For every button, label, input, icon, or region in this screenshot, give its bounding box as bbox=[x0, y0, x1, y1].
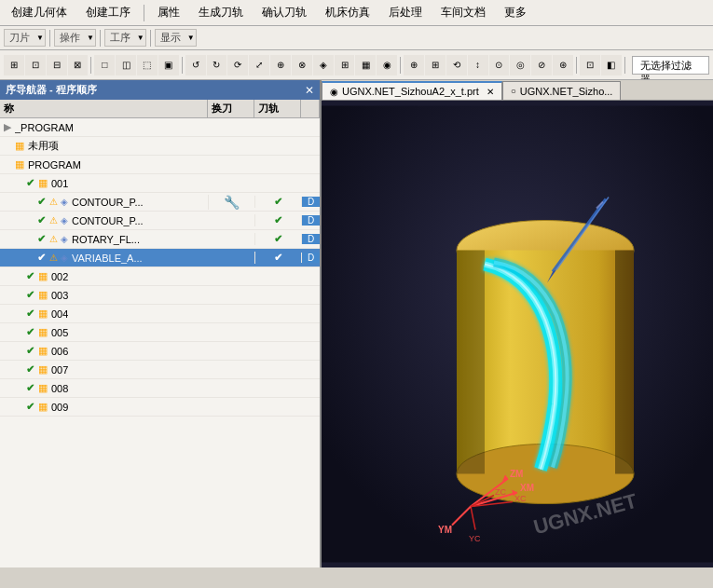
icon-btn-20[interactable]: ⊞ bbox=[425, 55, 446, 75]
status-check-icon: ✔ bbox=[26, 363, 34, 376]
icon-divider-5 bbox=[624, 57, 625, 74]
menu-shop-doc[interactable]: 车间文档 bbox=[433, 3, 493, 22]
tree-row[interactable]: ▶_PROGRAM bbox=[0, 118, 320, 137]
icon-btn-19[interactable]: ⊕ bbox=[404, 55, 424, 75]
program-icon: ▶ bbox=[4, 121, 11, 133]
op-icon: ◈ bbox=[61, 197, 68, 207]
icon-btn-8[interactable]: ▣ bbox=[158, 55, 179, 75]
icon-btn-28[interactable]: ◧ bbox=[601, 55, 622, 75]
tree-row[interactable]: ✔⚠◈CONTOUR_P...✔D bbox=[0, 212, 320, 230]
tab-bar: ◉UGNX.NET_SizhouA2_x_t.prt✕○UGNX.NET_Siz… bbox=[322, 80, 713, 101]
folder-icon: ▦ bbox=[15, 158, 24, 171]
icon-btn-10[interactable]: ↻ bbox=[207, 55, 227, 75]
icon-btn-14[interactable]: ⊗ bbox=[292, 55, 312, 75]
tree-row[interactable]: ✔⚠◈VARIABLE_A...✔D bbox=[0, 249, 320, 267]
menu-more[interactable]: 更多 bbox=[497, 3, 534, 22]
icon-btn-2[interactable]: ⊡ bbox=[25, 55, 46, 75]
menu-create-op[interactable]: 创建工序 bbox=[78, 3, 138, 22]
process-label: 工序 bbox=[106, 31, 134, 45]
icon-btn-5[interactable]: □ bbox=[94, 55, 115, 75]
panel-close-button[interactable]: ✕ bbox=[305, 84, 314, 97]
svg-rect-4 bbox=[457, 251, 485, 474]
icon-btn-18[interactable]: ◉ bbox=[377, 55, 397, 75]
icon-btn-27[interactable]: ⊡ bbox=[580, 55, 600, 75]
op-icon: ◈ bbox=[61, 215, 68, 226]
blade-arrow[interactable]: ▼ bbox=[36, 34, 44, 42]
tree-row[interactable]: ▦PROGRAM bbox=[0, 156, 320, 174]
menu-create-geometry[interactable]: 创建几何体 bbox=[4, 3, 75, 22]
blade-label: 刀片 bbox=[6, 31, 34, 45]
divider-3 bbox=[100, 30, 101, 47]
tree-row[interactable]: ✔▦006 bbox=[0, 342, 320, 361]
status-check-icon: ✔ bbox=[26, 345, 34, 357]
tree-item-label: VARIABLE_A... bbox=[72, 253, 143, 264]
tree-row[interactable]: ✔▦005 bbox=[0, 323, 320, 342]
tree-item-label: 004 bbox=[51, 308, 68, 320]
icon-btn-12[interactable]: ⤢ bbox=[249, 55, 269, 75]
tree-row[interactable]: ✔⚠◈CONTOUR_P...🔧✔D bbox=[0, 193, 320, 212]
folder-icon: ▦ bbox=[38, 382, 48, 394]
axis-check-icon: ✔ bbox=[274, 252, 282, 264]
tree-cell-name: ✔▦001 bbox=[0, 177, 208, 189]
icon-btn-1[interactable]: ⊞ bbox=[4, 55, 24, 75]
tab-close-button[interactable]: ✕ bbox=[487, 87, 494, 97]
tab-label: UGNX.NET_Sizho... bbox=[520, 86, 613, 97]
tree-content: ▶_PROGRAM▦未用项▦PROGRAM✔▦001✔⚠◈CONTOUR_P..… bbox=[0, 118, 320, 567]
tree-row[interactable]: ✔▦004 bbox=[0, 305, 320, 323]
process-arrow[interactable]: ▼ bbox=[137, 34, 144, 42]
tree-row[interactable]: ✔▦002 bbox=[0, 267, 320, 286]
icon-btn-26[interactable]: ⊛ bbox=[553, 55, 573, 75]
op-arrow[interactable]: ▼ bbox=[87, 34, 94, 42]
tree-row[interactable]: ✔▦008 bbox=[0, 379, 320, 398]
tree-item-label: 003 bbox=[51, 290, 68, 301]
op-group: 操作 ▼ bbox=[54, 29, 96, 47]
icon-btn-4[interactable]: ⊠ bbox=[68, 55, 89, 75]
tree-row[interactable]: ✔▦009 bbox=[0, 398, 320, 417]
menu-generate[interactable]: 生成刀轨 bbox=[191, 3, 251, 22]
tree-row[interactable]: ✔▦007 bbox=[0, 361, 320, 379]
display-arrow[interactable]: ▼ bbox=[187, 34, 195, 42]
tree-row[interactable]: ✔▦001 bbox=[0, 174, 320, 193]
menu-properties[interactable]: 属性 bbox=[150, 3, 187, 22]
tree-row[interactable]: ▦未用项 bbox=[0, 137, 320, 156]
menu-postprocess[interactable]: 后处理 bbox=[381, 3, 430, 22]
icon-btn-25[interactable]: ⊘ bbox=[531, 55, 552, 75]
right-panel: ◉UGNX.NET_SizhouA2_x_t.prt✕○UGNX.NET_Siz… bbox=[322, 80, 713, 567]
tree-item-label: _PROGRAM bbox=[15, 122, 74, 133]
filter-box[interactable]: 无选择过滤器 bbox=[632, 56, 709, 75]
status-check-icon: ✔ bbox=[26, 326, 34, 338]
icon-btn-13[interactable]: ⊕ bbox=[270, 55, 291, 75]
tree-item-label: 005 bbox=[51, 327, 68, 338]
op-icon: ◈ bbox=[61, 253, 68, 263]
icon-btn-23[interactable]: ⊙ bbox=[489, 55, 510, 75]
tree-header: 称 换刀 刀轨 bbox=[0, 100, 320, 118]
tree-row[interactable]: ✔▦003 bbox=[0, 286, 320, 305]
tree-item-label: PROGRAM bbox=[28, 159, 81, 171]
icon-btn-16[interactable]: ⊞ bbox=[335, 55, 355, 75]
icon-btn-17[interactable]: ▦ bbox=[355, 55, 376, 75]
icon-btn-7[interactable]: ⬚ bbox=[137, 55, 158, 75]
folder-icon: ▦ bbox=[38, 326, 48, 338]
tree-row[interactable]: ✔⚠◈ROTARY_FL...✔D bbox=[0, 230, 320, 249]
menu-simulate[interactable]: 机床仿真 bbox=[318, 3, 377, 22]
status-check-icon: ✔ bbox=[37, 252, 46, 264]
divider-4 bbox=[150, 30, 151, 47]
icon-btn-9[interactable]: ↺ bbox=[185, 55, 206, 75]
icon-btn-22[interactable]: ↕ bbox=[468, 55, 488, 75]
tree-cell-axis: ✔ bbox=[254, 252, 301, 264]
svg-text:XM: XM bbox=[520, 483, 534, 493]
menu-verify[interactable]: 确认刀轨 bbox=[254, 3, 314, 22]
panel-header: 序导航器 - 程序顺序 ✕ bbox=[0, 80, 320, 100]
tab-1[interactable]: ○UGNX.NET_Sizho... bbox=[502, 81, 622, 100]
icon-btn-21[interactable]: ⟲ bbox=[446, 55, 467, 75]
3d-scene: XM ZM XC YC YM ZC UGNX.NET bbox=[322, 101, 713, 567]
icon-btn-11[interactable]: ⟳ bbox=[227, 55, 248, 75]
tab-0[interactable]: ◉UGNX.NET_SizhouA2_x_t.prt✕ bbox=[322, 81, 502, 100]
divider-2 bbox=[49, 30, 50, 47]
icon-btn-24[interactable]: ◎ bbox=[510, 55, 530, 75]
icon-btn-15[interactable]: ◈ bbox=[313, 55, 334, 75]
icon-btn-6[interactable]: ◫ bbox=[116, 55, 136, 75]
tool-icon: 🔧 bbox=[224, 195, 240, 210]
icon-btn-3[interactable]: ⊟ bbox=[47, 55, 67, 75]
svg-text:XC: XC bbox=[514, 494, 527, 503]
